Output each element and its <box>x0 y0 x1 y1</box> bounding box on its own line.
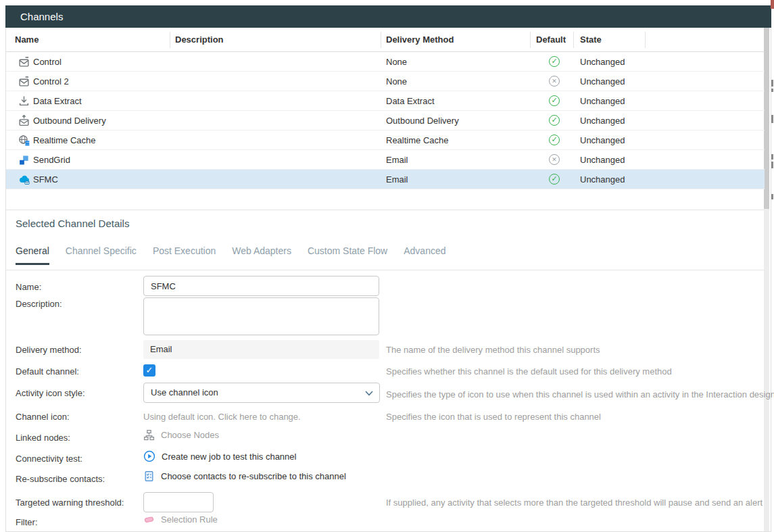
background-window-sliver <box>771 89 773 92</box>
channel-delivery-method: None <box>386 76 407 87</box>
column-header-name[interactable]: Name <box>15 34 39 45</box>
tab-web-adapters[interactable]: Web Adapters <box>232 245 291 265</box>
channel-delivery-method: Email <box>386 155 408 165</box>
channel-state: Unchanged <box>580 96 625 106</box>
download-icon <box>18 95 30 107</box>
column-header-delivery-method[interactable]: Delivery Method <box>386 34 454 45</box>
selection-rule-link: Selection Rule <box>161 514 218 525</box>
table-row-selected[interactable]: SFMC Email Unchanged <box>6 170 765 189</box>
channels-panel-titlebar: Channels <box>5 5 771 28</box>
channel-delivery-method: Data Extract <box>386 96 435 106</box>
document-check-icon <box>143 470 155 482</box>
table-row[interactable]: Realtime Cache Realtime Cache Unchanged <box>6 130 765 150</box>
table-row[interactable]: Data Extract Data Extract Unchanged <box>6 91 765 111</box>
default-yes-icon <box>549 115 560 126</box>
envelope-up-icon <box>18 115 30 126</box>
panel-title: Channels <box>20 11 63 22</box>
background-window-sliver <box>771 0 774 9</box>
column-header-description[interactable]: Description <box>175 34 224 45</box>
filter-label: Filter: <box>16 517 38 527</box>
table-row[interactable]: Control 2 None Unchanged <box>6 72 765 91</box>
targeted-warning-threshold-input[interactable] <box>143 492 214 512</box>
selection-rule-button[interactable]: Selection Rule <box>143 514 218 525</box>
channel-state: Unchanged <box>580 174 625 185</box>
targeted-warning-threshold-help: If supplied, any activity that selects m… <box>386 498 763 508</box>
default-yes-icon <box>549 174 560 185</box>
details-tabs: General Channel Specific Post Execution … <box>16 245 446 265</box>
connectivity-test-link: Create new job to test this channel <box>162 452 296 462</box>
choose-nodes-link: Choose Nodes <box>161 430 219 440</box>
channel-name: Control <box>33 57 62 67</box>
control-envelope-icon <box>18 56 30 68</box>
connectivity-test-label: Connectivity test: <box>16 454 82 464</box>
activity-icon-style-select[interactable]: Use channel icon <box>143 383 380 403</box>
description-label: Description: <box>16 299 62 309</box>
channels-panel: Name Description Delivery Method Default… <box>5 28 771 532</box>
column-header-default[interactable]: Default <box>536 34 566 45</box>
channel-name: Outbound Delivery <box>33 116 106 126</box>
channel-name: Data Extract <box>33 96 82 106</box>
tabs-underline <box>6 270 765 270</box>
activity-icon-style-help: Specifies the type of icon to use when t… <box>386 389 774 400</box>
salesforce-cloud-icon <box>18 174 30 185</box>
tab-post-execution[interactable]: Post Execution <box>153 245 216 265</box>
globe-database-icon <box>18 135 30 146</box>
default-channel-label: Default channel: <box>16 366 79 377</box>
background-window-sliver <box>771 194 773 199</box>
channel-state: Unchanged <box>580 155 625 165</box>
name-label: Name: <box>16 282 41 292</box>
channel-icon-label: Channel icon: <box>16 412 70 422</box>
default-yes-icon <box>549 135 560 145</box>
targeted-warning-threshold-label: Targeted warning threshold: <box>16 498 124 508</box>
tab-custom-state-flow[interactable]: Custom State Flow <box>308 245 387 265</box>
background-window-sliver <box>771 162 773 168</box>
resubscribe-contacts-link: Choose contacts to re-subscribe to this … <box>161 471 346 481</box>
channel-state: Unchanged <box>580 57 625 67</box>
details-heading: Selected Channel Details <box>16 218 129 229</box>
channel-delivery-method: Email <box>386 174 408 185</box>
activity-icon-style-value: Use channel icon <box>151 387 218 397</box>
control-envelope-icon <box>18 76 30 87</box>
choose-nodes-button[interactable]: Choose Nodes <box>143 429 219 441</box>
channel-state: Unchanged <box>580 76 625 87</box>
hierarchy-icon <box>143 429 155 441</box>
chevron-down-icon <box>364 389 374 398</box>
channel-name: Control 2 <box>33 76 69 87</box>
description-textarea[interactable] <box>143 297 379 335</box>
table-row[interactable]: Outbound Delivery Outbound Delivery Unch… <box>6 111 765 130</box>
tab-channel-specific[interactable]: Channel Specific <box>66 245 137 265</box>
delivery-method-help: The name of the delivery method this cha… <box>386 345 600 355</box>
resubscribe-contacts-button[interactable]: Choose contacts to re-subscribe to this … <box>143 470 346 482</box>
delivery-method-value: Email <box>143 340 379 359</box>
scrollbar-thumb[interactable] <box>764 28 769 209</box>
table-row[interactable]: SendGrid Email Unchanged <box>6 150 765 170</box>
selection-rule-icon <box>143 514 155 525</box>
column-header-state[interactable]: State <box>580 34 602 45</box>
channel-delivery-method: None <box>386 57 407 67</box>
channel-state: Unchanged <box>580 135 625 145</box>
channel-icon-link[interactable]: Using default icon. Click here to change… <box>143 412 301 422</box>
tab-advanced[interactable]: Advanced <box>404 245 445 265</box>
play-circle-icon <box>143 450 155 462</box>
name-input[interactable] <box>143 276 379 296</box>
tab-general[interactable]: General <box>16 245 49 265</box>
channel-delivery-method: Realtime Cache <box>386 135 449 145</box>
table-header: Name Description Delivery Method Default… <box>6 28 765 52</box>
connectivity-test-button[interactable]: Create new job to test this channel <box>143 450 296 462</box>
channel-name: SendGrid <box>33 155 70 165</box>
background-window-sliver <box>771 80 773 87</box>
table-row[interactable]: Control None Unchanged <box>6 52 765 72</box>
default-yes-icon <box>549 95 560 106</box>
background-window-sliver <box>771 115 773 123</box>
section-divider <box>6 210 765 210</box>
vertical-scrollbar[interactable] <box>764 28 769 531</box>
default-yes-icon <box>549 56 560 67</box>
linked-nodes-label: Linked nodes: <box>16 433 70 443</box>
resubscribe-contacts-label: Re-subscribe contacts: <box>16 474 105 484</box>
delivery-method-label: Delivery method: <box>16 345 82 355</box>
default-channel-help: Specifies whether this channel is the de… <box>386 366 672 377</box>
default-channel-checkbox[interactable]: ✓ <box>143 364 155 377</box>
channel-name: SFMC <box>33 174 58 185</box>
channel-state: Unchanged <box>580 116 625 126</box>
channel-delivery-method: Outbound Delivery <box>386 116 459 126</box>
